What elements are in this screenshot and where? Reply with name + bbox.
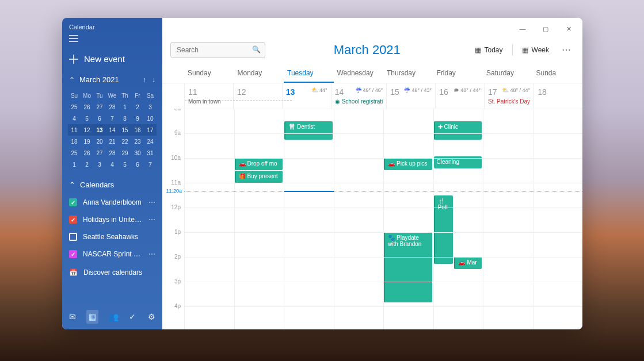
mini-cal-day[interactable]: 1 [68,159,81,170]
mini-cal-day[interactable]: 10 [144,113,157,124]
day-column[interactable]: 🚗Pick up pics🐾Playdate with Brandon [383,109,433,329]
hamburger-button[interactable] [62,33,162,49]
calendar-event[interactable]: 🍴Potl [434,195,454,264]
todo-icon[interactable]: ✓ [129,312,136,321]
mail-icon[interactable]: ✉ [69,312,76,321]
calendar-event[interactable]: 🎁Buy present [235,171,283,183]
allday-event[interactable]: Mom in town [188,98,230,105]
mini-cal-day[interactable]: 6 [93,113,106,124]
calendar-event[interactable]: 🚗Mar [454,257,482,269]
mini-cal-day[interactable]: 15 [119,124,131,136]
mini-cal-day[interactable]: 25 [68,147,81,159]
day-column[interactable]: 🦷Dentist [284,109,334,329]
mini-cal-day[interactable]: 9 [131,113,144,124]
calendar-item[interactable]: Seattle Seahawks [69,228,155,245]
calendar-item[interactable]: Anna Vanderbloom⋯ [69,194,155,211]
day-column[interactable]: ✚ClinicCleaning🍴Potl🚗Mar [433,109,483,329]
mini-cal-day[interactable]: 19 [81,136,93,147]
day-header[interactable]: Tuesday [284,64,334,83]
mini-cal-day[interactable]: 29 [119,147,131,159]
date-cell[interactable]: 11Mom in town [184,83,233,109]
mini-cal-day[interactable]: 16 [131,124,144,136]
next-month-icon[interactable]: ↓ [152,76,155,84]
people-icon[interactable]: 👥 [109,312,119,321]
close-button[interactable]: ✕ [558,21,579,36]
mini-cal-day[interactable]: 8 [119,113,131,124]
calendar-grid[interactable]: 8a9a10a11a12p1p2p3p4p 🚗Drop off mo🎁Buy p… [162,109,582,329]
mini-cal-day[interactable]: 13 [93,124,106,136]
mini-cal-day[interactable]: 26 [81,147,93,159]
mini-cal-day[interactable]: 3 [144,101,157,113]
calendar-checkbox[interactable] [69,216,77,224]
calendar-item[interactable]: Holidays in United States⋯ [69,211,155,228]
more-button[interactable]: ⋯ [558,41,574,59]
mini-cal-day[interactable]: 27 [93,147,106,159]
day-header[interactable]: Friday [433,64,483,83]
mini-cal-day[interactable]: 18 [68,136,81,147]
mini-cal-day[interactable]: 14 [106,124,119,136]
day-column[interactable] [184,109,234,329]
calendar-checkbox[interactable] [69,198,77,206]
mini-cal-day[interactable]: 7 [106,113,119,124]
day-column[interactable] [483,109,533,329]
minimize-button[interactable]: — [512,21,533,36]
mini-cal-day[interactable]: 30 [131,147,144,159]
mini-cal-day[interactable]: 23 [131,136,144,147]
maximize-button[interactable]: ▢ [535,21,556,36]
calendar-item[interactable]: NASCAR Sprint Cup⋯ [69,245,155,263]
day-header[interactable]: Sunda [533,64,583,83]
mini-cal-day[interactable]: 28 [106,147,119,159]
mini-cal-day[interactable]: 2 [131,101,144,113]
mini-cal-day[interactable]: 5 [119,159,131,170]
allday-event[interactable]: ◉ School registrati [335,98,383,105]
calendar-checkbox[interactable] [69,233,77,241]
mini-cal-day[interactable]: 12 [81,124,93,136]
mini-cal-day[interactable]: 27 [93,101,106,113]
mini-cal-day[interactable]: 21 [106,136,119,147]
calendar-event[interactable]: ✚Clinic [434,121,482,140]
mini-cal-day[interactable]: 4 [68,113,81,124]
calendar-more-icon[interactable]: ⋯ [148,198,155,206]
day-column[interactable] [533,109,583,329]
search-input[interactable] [170,42,265,58]
mini-cal-day[interactable]: 4 [106,159,119,170]
discover-calendars-button[interactable]: 📅 Discover calendars [62,263,162,282]
mini-cal-day[interactable]: 28 [106,101,119,113]
mini-cal-day[interactable]: 1 [119,101,131,113]
mini-cal-day[interactable]: 3 [93,159,106,170]
date-cell[interactable]: 14☔ 49° / 46°◉ School registrati [331,83,387,109]
date-cell[interactable]: 16🌧 48° / 44° [435,83,484,109]
calendar-more-icon[interactable]: ⋯ [148,250,155,258]
calendar-checkbox[interactable] [69,250,77,258]
mini-cal-day[interactable]: 22 [119,136,131,147]
mini-cal-day[interactable]: 5 [81,113,93,124]
day-header[interactable]: Sunday [184,64,234,83]
calendar-event[interactable]: 🚗Drop off mo [235,158,283,170]
mini-cal-day[interactable]: 20 [93,136,106,147]
today-button[interactable]: ▦ Today [469,43,509,57]
date-cell[interactable]: 17⛅ 48° / 44°St. Patrick's Day [484,83,534,109]
mini-cal-day[interactable]: 31 [144,147,157,159]
day-column[interactable] [334,109,384,329]
mini-cal-day[interactable]: 2 [81,159,93,170]
search-icon[interactable]: 🔍 [252,45,261,53]
calendar-event[interactable]: 🚗Pick up pics [384,158,432,170]
mini-cal-day[interactable]: 6 [131,159,144,170]
day-header[interactable]: Saturday [483,64,533,83]
week-button[interactable]: ▦ Week [516,43,555,57]
day-header[interactable]: Wednesday [334,64,384,83]
mini-cal-day[interactable]: 26 [81,101,93,113]
mini-cal-day[interactable]: 25 [68,101,81,113]
date-cell[interactable]: 15☔ 49° / 43° [386,83,435,109]
date-cell[interactable]: 18 [534,83,582,109]
day-header[interactable]: Thursday [383,64,433,83]
mini-cal-day[interactable]: 24 [144,136,157,147]
calendars-header[interactable]: ⌃ Calendars [62,176,162,194]
calendar-icon[interactable]: ▦ [86,310,98,324]
calendar-event[interactable]: 🐾Playdate with Brandon [384,232,432,302]
calendar-more-icon[interactable]: ⋯ [148,216,155,224]
settings-icon[interactable]: ⚙ [148,312,155,321]
calendar-event[interactable]: 🦷Dentist [284,121,333,140]
new-event-button[interactable]: New event [62,49,162,72]
allday-event[interactable]: St. Patrick's Day [488,98,530,105]
